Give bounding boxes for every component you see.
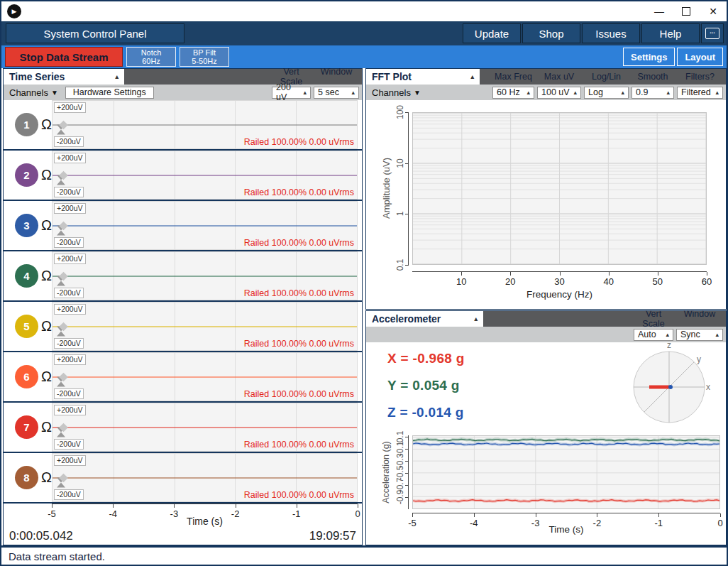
axis-tick-label: 40 bbox=[603, 276, 613, 287]
chevron-up-icon: ▴ bbox=[573, 89, 577, 96]
impedance-ohm-button[interactable]: Ω bbox=[41, 116, 52, 133]
window-label: Window bbox=[314, 67, 359, 87]
axis-tick-label: 10 bbox=[456, 276, 466, 287]
hardware-settings-button[interactable]: Hardware Settings bbox=[65, 87, 154, 99]
channel-number-button[interactable]: 5 bbox=[15, 315, 38, 338]
channel-signal-line bbox=[53, 276, 357, 277]
accel-vert-scale-label: Vert Scale bbox=[634, 309, 673, 329]
close-button[interactable]: ✕ bbox=[700, 2, 727, 21]
chevron-up-icon: ▴ bbox=[351, 89, 355, 96]
time-series-widget-selector[interactable]: Time Series ▴ bbox=[4, 69, 124, 85]
fft-control-label: Max uV bbox=[537, 72, 581, 82]
fft-title-row: FFT Plot ▴ Max FreqMax uVLog/LinSmoothFi… bbox=[366, 69, 726, 85]
window-dropdown[interactable]: 5 sec ▴ bbox=[314, 87, 359, 99]
help-button[interactable]: Help bbox=[641, 23, 700, 43]
channel-signal-line bbox=[53, 175, 357, 176]
channel-gutter: 6 Ω bbox=[4, 352, 52, 401]
window-titlebar: ▶ — ✕ bbox=[1, 1, 727, 21]
time-series-controls-row: Channels ▼ Hardware Settings 200 uV ▴ 5 … bbox=[4, 85, 362, 100]
impedance-ohm-button[interactable]: Ω bbox=[41, 369, 52, 385]
issues-button[interactable]: Issues bbox=[582, 23, 640, 43]
stop-data-stream-button[interactable]: Stop Data Stream bbox=[5, 47, 123, 67]
scale-bottom-label: -200uV bbox=[54, 439, 84, 450]
channel-row: 4 Ω +200uV -200uV Railed 100.00% 0.00 uV… bbox=[4, 251, 362, 302]
axis-tick bbox=[113, 504, 114, 508]
accel-y-value: Y = 0.054 g bbox=[387, 378, 460, 393]
fft-filters-dropdown[interactable]: Filtered▴ bbox=[677, 87, 723, 99]
channel-number-button[interactable]: 7 bbox=[15, 415, 38, 439]
channel-number-button[interactable]: 1 bbox=[15, 113, 38, 136]
channel-row: 3 Ω +200uV -200uV Railed 100.00% 0.00 uV… bbox=[4, 201, 362, 251]
railed-markers bbox=[57, 424, 67, 430]
console-popout-button[interactable]: ... bbox=[701, 23, 724, 43]
play-circle-icon: ▶ bbox=[7, 4, 21, 18]
chevron-up-icon: ▴ bbox=[715, 89, 719, 96]
chevron-up-icon: ▴ bbox=[470, 73, 474, 80]
axis-tick-label: -1 bbox=[654, 518, 663, 528]
accelerometer-widget-selector[interactable]: Accelerometer ▴ bbox=[366, 311, 483, 327]
update-button[interactable]: Update bbox=[463, 23, 521, 43]
scale-top-label: +200uV bbox=[54, 354, 86, 365]
channel-number-button[interactable]: 6 bbox=[15, 365, 38, 388]
railed-status: Railed 100.00% 0.00 uVrms bbox=[244, 339, 354, 349]
impedance-ohm-button[interactable]: Ω bbox=[41, 268, 52, 284]
channels-dropdown-button[interactable]: Channels ▼ bbox=[9, 87, 58, 98]
axis-tick-label: 30 bbox=[554, 276, 564, 287]
channel-gutter: 8 Ω bbox=[4, 453, 52, 502]
fft-channels-dropdown-button[interactable]: Channels ▼ bbox=[372, 87, 421, 98]
impedance-ohm-button[interactable]: Ω bbox=[41, 469, 52, 486]
chevron-up-icon: ▴ bbox=[715, 331, 719, 338]
shop-button[interactable]: Shop bbox=[522, 23, 580, 43]
axis-tick bbox=[474, 513, 475, 517]
menu-links: Update Shop Issues Help ... bbox=[463, 23, 724, 43]
channel-number-button[interactable]: 4 bbox=[15, 264, 38, 288]
time-axis-label: Time (s) bbox=[52, 516, 358, 527]
maximize-icon bbox=[682, 7, 690, 16]
maximize-button[interactable] bbox=[673, 2, 700, 21]
scale-bottom-label: -200uV bbox=[54, 288, 84, 298]
minimize-button[interactable]: — bbox=[646, 2, 673, 21]
fft-loglin-dropdown[interactable]: Log▴ bbox=[584, 87, 629, 99]
notch-filter-button[interactable]: Notch 60Hz bbox=[126, 47, 176, 67]
scale-top-label: +200uV bbox=[54, 102, 86, 113]
channel-gutter: 2 Ω bbox=[4, 151, 52, 200]
accel-y-tick-label: -0.9 bbox=[395, 490, 405, 505]
system-control-panel-button[interactable]: System Control Panel bbox=[6, 23, 184, 43]
accel-x-axis-label: Time (s) bbox=[412, 524, 720, 535]
fft-maxuv-dropdown[interactable]: 100 uV▴ bbox=[537, 87, 581, 99]
accel-x-value: X = -0.968 g bbox=[387, 351, 465, 366]
axis-tick-label: 50 bbox=[653, 276, 663, 287]
data-stream-toolbar: Stop Data Stream Notch 60Hz BP Filt 5-50… bbox=[1, 45, 727, 68]
fft-plot-area bbox=[412, 112, 707, 265]
axis-tick bbox=[707, 272, 707, 276]
fft-smooth-dropdown[interactable]: 0.9▴ bbox=[632, 87, 674, 99]
channel-row: 2 Ω +200uV -200uV Railed 100.00% 0.00 uV… bbox=[4, 151, 362, 201]
channel-number-button[interactable]: 3 bbox=[15, 214, 38, 237]
impedance-ohm-button[interactable]: Ω bbox=[41, 167, 52, 183]
accel-vert-scale-dropdown[interactable]: Auto ▴ bbox=[634, 329, 673, 341]
fft-control-label: Smooth bbox=[632, 72, 674, 82]
impedance-ohm-button[interactable]: Ω bbox=[41, 217, 52, 234]
bandpass-filter-button[interactable]: BP Filt 5-50Hz bbox=[180, 47, 229, 67]
chevron-up-icon: ▴ bbox=[666, 89, 670, 96]
axis-tick bbox=[597, 513, 597, 517]
impedance-ohm-button[interactable]: Ω bbox=[41, 419, 52, 435]
channel-number-button[interactable]: 8 bbox=[15, 466, 38, 489]
impedance-ohm-button[interactable]: Ω bbox=[41, 318, 52, 334]
settings-button[interactable]: Settings bbox=[623, 48, 675, 66]
fft-maxfreq-dropdown[interactable]: 60 Hz▴ bbox=[492, 87, 534, 99]
accel-window-dropdown[interactable]: Sync ▴ bbox=[676, 329, 723, 341]
chevron-up-icon: ▴ bbox=[474, 315, 478, 322]
accel-x-axis-line: -5-4-3-2-10 bbox=[412, 513, 720, 513]
scale-bottom-label: -200uV bbox=[54, 338, 84, 349]
scale-top-label: +200uV bbox=[54, 254, 86, 264]
axis-tick-label: -3 bbox=[531, 518, 540, 528]
channel-number-button[interactable]: 2 bbox=[15, 163, 38, 187]
fft-x-axis-line: 102030405060 bbox=[412, 271, 707, 272]
layout-button[interactable]: Layout bbox=[677, 48, 723, 66]
vert-scale-dropdown[interactable]: 200 uV ▴ bbox=[272, 87, 311, 99]
channel-row: 1 Ω +200uV -200uV Railed 100.00% 0.00 uV… bbox=[4, 100, 362, 151]
fft-widget-selector[interactable]: FFT Plot ▴ bbox=[366, 69, 480, 85]
accel-plot-area bbox=[412, 435, 720, 509]
axis-tick bbox=[658, 272, 658, 276]
